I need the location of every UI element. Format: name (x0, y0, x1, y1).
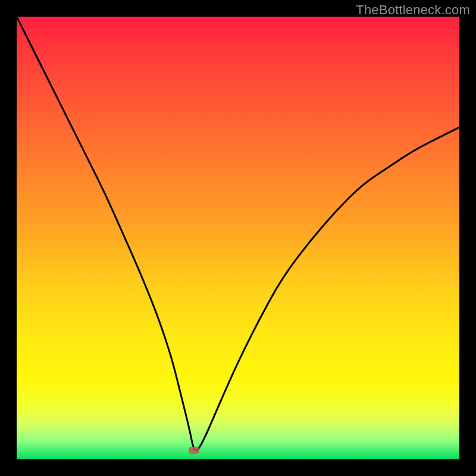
bottleneck-marker (189, 447, 199, 454)
bottleneck-curve (17, 17, 459, 459)
chart-frame (17, 17, 459, 459)
attribution-text: TheBottleneck.com (356, 2, 470, 18)
